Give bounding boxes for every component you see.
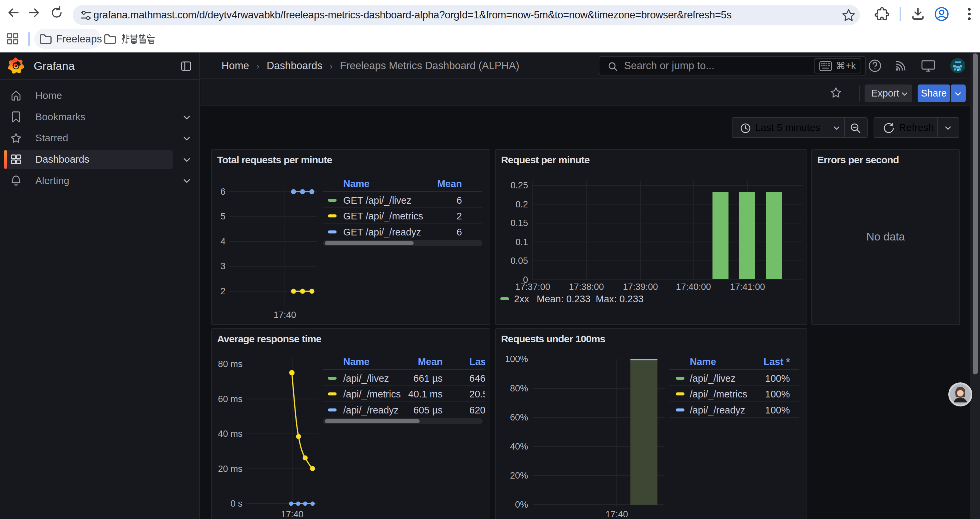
svg-text:17:40: 17:40	[605, 509, 628, 519]
svg-text:17:40:00: 17:40:00	[676, 282, 711, 292]
svg-text:60%: 60%	[510, 412, 528, 423]
svg-text:17:41:00: 17:41:00	[730, 282, 765, 292]
svg-text:0 s: 0 s	[231, 498, 242, 509]
svg-text:0.15: 0.15	[510, 218, 528, 228]
svg-text:0.2: 0.2	[515, 200, 528, 209]
svg-text:5: 5	[221, 211, 226, 222]
svg-text:60 ms: 60 ms	[218, 394, 242, 404]
svg-text:80%: 80%	[510, 383, 528, 393]
svg-text:20%: 20%	[510, 471, 528, 481]
svg-text:0.25: 0.25	[510, 180, 528, 190]
svg-text:20 ms: 20 ms	[218, 464, 242, 474]
svg-text:17:37:00: 17:37:00	[515, 282, 550, 292]
svg-text:80 ms: 80 ms	[218, 359, 242, 369]
svg-text:100%: 100%	[505, 354, 528, 364]
svg-text:0%: 0%	[515, 500, 528, 509]
svg-text:40%: 40%	[510, 442, 528, 452]
svg-text:17:39:00: 17:39:00	[623, 282, 658, 292]
svg-text:17:40: 17:40	[281, 509, 304, 519]
svg-text:4: 4	[221, 236, 226, 246]
svg-text:17:38:00: 17:38:00	[569, 282, 604, 292]
svg-text:6: 6	[221, 187, 226, 197]
svg-text:2: 2	[221, 286, 226, 296]
svg-text:17:40: 17:40	[274, 310, 296, 320]
svg-text:40 ms: 40 ms	[218, 429, 242, 439]
svg-text:0.05: 0.05	[510, 256, 528, 266]
svg-text:3: 3	[221, 261, 226, 271]
svg-text:0.1: 0.1	[515, 237, 528, 247]
